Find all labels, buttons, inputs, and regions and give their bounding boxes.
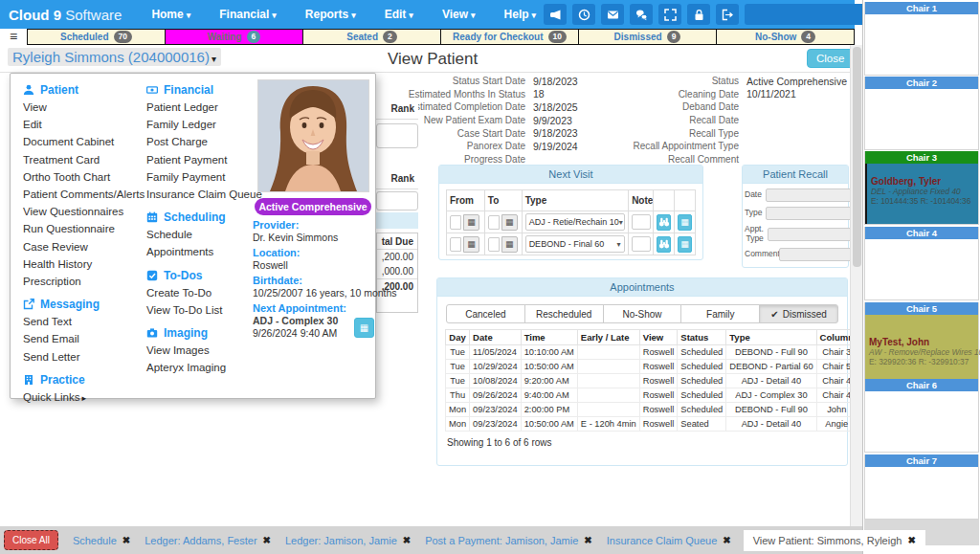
from-date-input[interactable] [450, 237, 461, 252]
bottom-tab-schedule[interactable]: Schedule✖ [73, 535, 130, 546]
find-appointment-icon[interactable] [657, 214, 671, 231]
menu-item-appointments[interactable]: Appointments [146, 243, 262, 260]
scrollbar-thumb[interactable] [853, 47, 861, 267]
chair-3-patient-card[interactable]: Goldberg, Tyler DEL - Appliance Fixed 40… [865, 164, 978, 224]
menu-home[interactable]: Home▾ [137, 0, 205, 30]
menu-item-schedule[interactable]: Schedule [146, 226, 262, 243]
calendar-picker-icon[interactable]: ▦ [463, 236, 479, 253]
appointment-row[interactable]: Mon09/23/20242:00:00 PMRoswellScheduledD… [446, 403, 858, 417]
chair-2-header[interactable]: Chair 2 [865, 77, 978, 89]
status-tab-seated[interactable]: Seated2 [303, 29, 441, 45]
menu-item-prescription[interactable]: Prescription [23, 273, 145, 290]
schedule-visit-icon[interactable]: ▦ [678, 236, 692, 253]
menu-item-document-cabinet[interactable]: Document Cabinet [23, 133, 145, 150]
menu-item-patient-ledger[interactable]: Patient Ledger [146, 99, 262, 116]
visit-type-select[interactable]: ADJ - Retie/Rechain 10▾ [525, 213, 625, 231]
status-tab-waiting[interactable]: Waiting6 [166, 29, 303, 45]
appointment-row[interactable]: Tue10/29/202410:50:00 AMRoswellScheduled… [446, 360, 858, 374]
find-appointment-icon[interactable] [657, 236, 671, 253]
chair-3-header[interactable]: Chair 3 [865, 151, 978, 164]
calendar-picker-icon[interactable]: ▦ [463, 214, 479, 231]
menu-item-health-history[interactable]: Health History [23, 255, 145, 273]
status-tab-no-show[interactable]: No-Show4 [717, 29, 855, 45]
status-tab-ready-for-checkout[interactable]: Ready for Checkout10 [441, 29, 579, 45]
chair-6-header[interactable]: Chair 6 [865, 379, 978, 391]
close-all-button[interactable]: Close All [4, 530, 58, 550]
visit-type-select[interactable]: DEBOND - Final 60▾ [525, 235, 625, 253]
menu-edit[interactable]: Edit▾ [370, 0, 428, 30]
close-button[interactable]: Close [807, 49, 854, 68]
note-input[interactable] [632, 214, 651, 230]
note-input[interactable] [632, 236, 651, 252]
chair-4-header[interactable]: Chair 4 [865, 227, 978, 239]
menu-item-ortho-tooth-chart[interactable]: Ortho Tooth Chart [23, 168, 145, 186]
chair-7-header[interactable]: Chair 7 [865, 454, 978, 467]
to-date-input[interactable] [488, 237, 500, 252]
megaphone-icon[interactable] [544, 4, 567, 25]
close-tab-icon[interactable]: ✖ [907, 535, 915, 545]
filter-family[interactable]: Family [680, 304, 760, 323]
bottom-tab-ledger-jamison[interactable]: Ledger: Jamison, Jamie✖ [285, 535, 411, 546]
close-tab-icon[interactable]: ✖ [403, 535, 411, 545]
from-date-input[interactable] [450, 215, 461, 230]
status-tab-dismissed[interactable]: Dismissed9 [579, 29, 717, 45]
menu-item-treatment-card[interactable]: Treatment Card [23, 151, 145, 168]
chair-5-header[interactable]: Chair 5 [865, 302, 978, 315]
menu-item-post-charge[interactable]: Post Charge [146, 133, 262, 150]
menu-item-send-letter[interactable]: Send Letter [23, 348, 145, 366]
menu-item-view-images[interactable]: View Images [146, 342, 262, 359]
calendar-picker-icon[interactable]: ▦ [501, 214, 518, 231]
chat-icon[interactable] [630, 4, 653, 25]
sign-out-icon[interactable] [716, 4, 739, 25]
chair-5-patient-card[interactable]: MyTest, John AW - Remove/Replace Wires 1… [865, 315, 978, 379]
close-tab-icon[interactable]: ✖ [263, 535, 271, 545]
status-tab-scheduled[interactable]: Scheduled70 [27, 29, 166, 45]
clock-icon[interactable] [572, 4, 595, 25]
expand-icon[interactable] [658, 4, 681, 25]
menu-item-case-review[interactable]: Case Review [23, 238, 145, 255]
menu-item-quick-links[interactable]: Quick Links▸ [23, 388, 145, 407]
menu-item-apteryx-imaging[interactable]: Apteryx Imaging [146, 359, 262, 376]
bottom-tab-insurance-claim-queue[interactable]: Insurance Claim Queue✖ [607, 535, 731, 546]
bottom-tab-ledger-addams[interactable]: Ledger: Addams, Fester✖ [145, 535, 271, 546]
menu-item-insurance-claim-queue[interactable]: Insurance Claim Queue [146, 186, 262, 203]
menu-item-family-payment[interactable]: Family Payment [146, 168, 262, 186]
menu-item-run-questionnaire[interactable]: Run Questionnaire [23, 220, 145, 237]
filter-dismissed[interactable]: ✔Dismissed [759, 304, 838, 323]
schedule-visit-icon[interactable]: ▦ [678, 214, 692, 231]
filter-no-show[interactable]: No-Show [603, 304, 682, 323]
close-tab-icon[interactable]: ✖ [723, 535, 730, 545]
vertical-scrollbar[interactable] [850, 45, 862, 526]
hamburger-menu-icon[interactable]: ≡ [0, 29, 27, 45]
appointment-row[interactable]: Tue10/08/20249:20:00 AMRoswellScheduledA… [446, 374, 858, 388]
menu-item-create-to-do[interactable]: Create To-Do [146, 284, 262, 301]
chair-1-header[interactable]: Chair 1 [865, 2, 978, 14]
menu-item-view[interactable]: View [23, 99, 145, 116]
menu-item-edit[interactable]: Edit [23, 116, 145, 133]
patient-name-dropdown[interactable]: Ryleigh Simmons (204000016)▾ [8, 48, 221, 66]
go-to-appointment-icon[interactable]: ▦ [354, 318, 374, 338]
menu-help[interactable]: Help▾ [490, 0, 551, 30]
menu-item-patient-comments-alerts[interactable]: Patient Comments/Alerts [23, 186, 145, 203]
filter-canceled[interactable]: Canceled [446, 304, 525, 323]
menu-item-view-questionnaires[interactable]: View Questionnaires [23, 203, 145, 220]
lock-icon[interactable] [687, 4, 710, 25]
filter-rescheduled[interactable]: Rescheduled [524, 304, 604, 323]
close-tab-icon[interactable]: ✖ [584, 535, 591, 545]
bottom-tab-view-patient-active[interactable]: View Patient: Simmons, Ryleigh✖ [744, 530, 925, 551]
menu-financial[interactable]: Financial▾ [205, 0, 291, 30]
menu-item-patient-payment[interactable]: Patient Payment [146, 151, 262, 168]
envelope-icon[interactable] [601, 4, 624, 25]
bottom-tab-post-payment[interactable]: Post a Payment: Jamison, Jamie✖ [425, 535, 592, 546]
appointment-row[interactable]: Thu09/26/20249:40:00 AMRoswellScheduledA… [446, 388, 858, 403]
menu-item-send-text[interactable]: Send Text [23, 313, 145, 330]
menu-item-view-to-do-list[interactable]: View To-Do List [146, 301, 262, 319]
menu-reports[interactable]: Reports▾ [291, 0, 370, 30]
appointment-row[interactable]: Mon09/23/202410:50:00 AME - 120h 4minRos… [446, 417, 858, 432]
menu-view[interactable]: View▾ [428, 0, 490, 30]
menu-item-send-email[interactable]: Send Email [23, 330, 145, 347]
calendar-picker-icon[interactable]: ▦ [501, 236, 518, 253]
close-tab-icon[interactable]: ✖ [122, 535, 130, 545]
appointment-row[interactable]: Tue11/05/202410:10:00 AMRoswellScheduled… [446, 345, 858, 360]
to-date-input[interactable] [488, 215, 500, 230]
